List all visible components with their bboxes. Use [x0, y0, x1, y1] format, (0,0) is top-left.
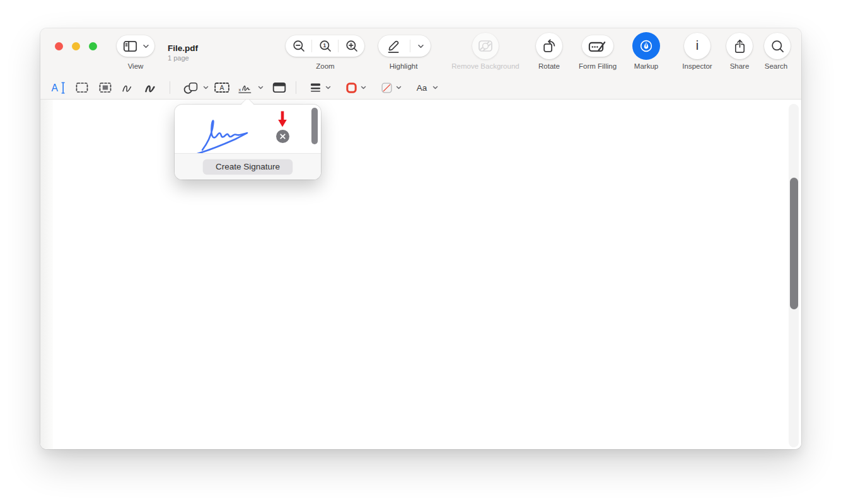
text-selection-tool[interactable]: A: [50, 76, 67, 100]
fill-color-none-icon: [381, 82, 393, 94]
document-left-gutter: [40, 100, 53, 449]
highlight-group: [378, 35, 431, 57]
magnifier-minus-icon: [292, 39, 306, 53]
inspector-button[interactable]: i: [684, 33, 710, 59]
magnifier-plus-icon: [345, 39, 359, 53]
toolbar-divider: [170, 81, 170, 94]
svg-text:A: A: [52, 83, 59, 93]
markup-label: Markup: [634, 62, 658, 70]
highlighter-icon: [386, 38, 402, 54]
document-area: Create Signature: [40, 100, 801, 449]
rotate-icon: [542, 38, 557, 54]
note-tool[interactable]: [272, 76, 287, 100]
saved-signature-image: [191, 115, 254, 153]
svg-text:Aa: Aa: [417, 83, 427, 93]
search-label: Search: [765, 62, 787, 70]
magnifier-one-icon: 1: [318, 39, 332, 53]
vertical-scrollbar-track[interactable]: [789, 104, 799, 447]
highlight-button[interactable]: [378, 35, 410, 57]
zoom-group: 1: [286, 35, 364, 57]
svg-text:A: A: [220, 84, 224, 91]
instant-alpha-icon: [98, 81, 113, 94]
border-color-swatch-icon: [345, 82, 357, 94]
chevron-down-icon: [142, 44, 149, 49]
close-x-icon: [279, 133, 286, 140]
inspector-label: Inspector: [682, 62, 712, 70]
shapes-icon: [182, 81, 200, 95]
pdf-page[interactable]: [53, 100, 789, 449]
dashed-selection-icon: [74, 81, 90, 94]
draw-tool[interactable]: [143, 76, 160, 100]
remove-background-label: Remove Background: [451, 62, 519, 70]
sketch-tool[interactable]: [120, 76, 137, 100]
signature-popover: Create Signature: [175, 105, 321, 180]
zoom-actual-size-button[interactable]: 1: [312, 35, 338, 57]
chevron-down-icon: [203, 86, 209, 89]
popover-footer: Create Signature: [175, 153, 321, 180]
page-count: 1 page: [168, 54, 198, 62]
create-signature-button[interactable]: Create Signature: [203, 159, 293, 175]
signature-tool[interactable]: x: [238, 76, 264, 100]
sketch-squiggle-icon: [120, 81, 137, 94]
chevron-down-icon: [417, 44, 424, 49]
chevron-down-icon: [432, 86, 438, 89]
instant-alpha-tool[interactable]: [98, 76, 113, 100]
search-button[interactable]: [764, 33, 791, 59]
view-label: View: [128, 62, 144, 70]
window-title-block: File.pdf 1 page: [168, 43, 198, 62]
share-label: Share: [730, 62, 750, 70]
svg-text:1: 1: [323, 42, 326, 49]
popover-scrollbar-thumb[interactable]: [311, 108, 318, 144]
view-button[interactable]: [117, 35, 154, 57]
svg-text:x: x: [239, 86, 241, 92]
text-box-icon: A: [214, 81, 230, 94]
zoom-in-button[interactable]: [339, 35, 364, 57]
text-box-tool[interactable]: A: [214, 76, 230, 100]
saved-signature-item[interactable]: [175, 105, 321, 153]
shapes-tool[interactable]: [182, 76, 209, 100]
form-filling-label: Form Filling: [579, 62, 617, 70]
vertical-scrollbar-thumb[interactable]: [790, 178, 798, 309]
rectangular-selection-tool[interactable]: [74, 76, 90, 100]
toolbar: View File.pdf 1 page 1: [40, 28, 801, 100]
line-weight-icon: [310, 82, 322, 93]
highlight-label: Highlight: [390, 62, 418, 70]
text-selection-icon: A: [50, 81, 67, 95]
document-title: File.pdf: [168, 43, 198, 53]
rotate-button[interactable]: [536, 33, 562, 59]
share-button[interactable]: [726, 33, 753, 59]
toolbar-divider: [296, 81, 296, 94]
zoom-out-button[interactable]: [286, 35, 311, 57]
sidebar-icon: [122, 40, 138, 53]
preview-window: View File.pdf 1 page 1: [40, 28, 801, 449]
search-icon: [770, 39, 785, 54]
remove-background-button: [472, 33, 499, 59]
chevron-down-icon: [258, 86, 264, 89]
fill-color-tool[interactable]: [381, 76, 402, 100]
form-filling-icon: [588, 38, 607, 54]
svg-text:i: i: [696, 38, 699, 52]
rotate-label: Rotate: [538, 62, 560, 70]
draw-squiggle-icon: [143, 81, 160, 94]
share-icon: [733, 38, 747, 54]
markup-button[interactable]: [632, 32, 660, 60]
zoom-window-button[interactable]: [89, 42, 97, 50]
delete-signature-button[interactable]: [276, 130, 289, 143]
note-icon: [272, 81, 287, 94]
highlight-options-button[interactable]: [410, 35, 431, 57]
text-style-tool[interactable]: Aa: [414, 76, 438, 100]
chevron-down-icon: [396, 86, 402, 89]
zoom-label: Zoom: [316, 62, 334, 70]
markup-pen-icon: [638, 38, 654, 54]
minimize-window-button[interactable]: [72, 42, 80, 50]
form-filling-button[interactable]: [582, 35, 613, 57]
shape-style-tool[interactable]: [310, 76, 331, 100]
close-window-button[interactable]: [55, 42, 63, 50]
red-down-arrow-annotation: [277, 110, 287, 129]
chevron-down-icon: [361, 86, 366, 89]
border-color-tool[interactable]: [345, 76, 366, 100]
signature-icon: x: [238, 81, 255, 94]
text-style-icon: Aa: [414, 82, 429, 93]
remove-background-icon: [477, 38, 494, 54]
info-icon: i: [690, 38, 705, 54]
